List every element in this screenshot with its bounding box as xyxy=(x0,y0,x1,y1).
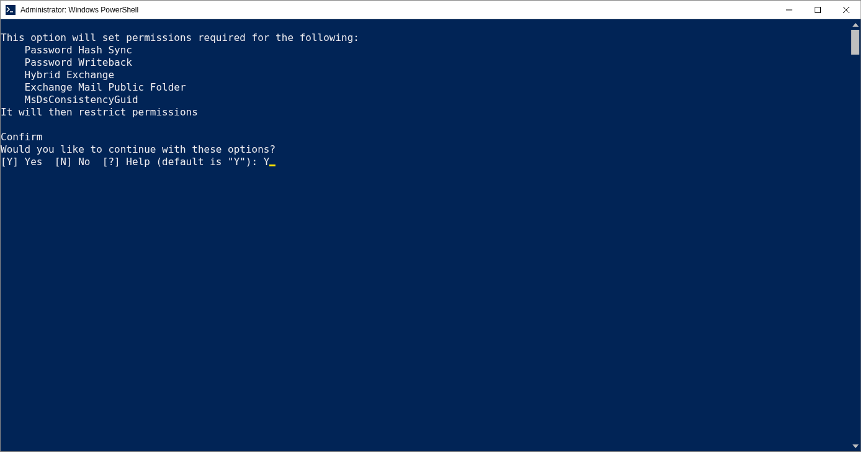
output-line: Would you like to continue with these op… xyxy=(1,143,275,155)
svg-rect-0 xyxy=(6,5,16,15)
output-line: Confirm xyxy=(1,131,42,143)
scroll-up-arrow[interactable] xyxy=(850,19,861,30)
output-line: MsDsConsistencyGuid xyxy=(1,94,138,106)
window-title: Administrator: Windows PowerShell xyxy=(20,6,775,14)
console-content[interactable]: This option will set permissions require… xyxy=(1,19,850,451)
user-input: Y xyxy=(264,156,270,168)
output-line: This option will set permissions require… xyxy=(1,32,359,43)
powershell-window: Administrator: Windows PowerShell This o… xyxy=(0,0,861,452)
maximize-button[interactable] xyxy=(803,1,832,19)
output-line: Exchange Mail Public Folder xyxy=(1,81,186,93)
prompt-options: [Y] Yes [N] No [?] Help (default is "Y")… xyxy=(1,156,264,168)
window-controls xyxy=(775,1,861,19)
titlebar: Administrator: Windows PowerShell xyxy=(1,1,861,19)
powershell-icon xyxy=(6,5,16,15)
output-line: It will then restrict permissions xyxy=(1,106,198,118)
console-body: This option will set permissions require… xyxy=(1,19,861,451)
cursor xyxy=(269,164,275,166)
output-line: Password Hash Sync xyxy=(1,44,132,56)
scroll-down-arrow[interactable] xyxy=(850,441,861,451)
output-line: Hybrid Exchange xyxy=(1,69,114,81)
output-line: Password Writeback xyxy=(1,56,132,68)
scrollbar[interactable] xyxy=(850,19,861,451)
svg-rect-3 xyxy=(815,7,821,12)
minimize-button[interactable] xyxy=(775,1,803,19)
scrollbar-thumb[interactable] xyxy=(851,30,859,55)
close-button[interactable] xyxy=(832,1,861,19)
